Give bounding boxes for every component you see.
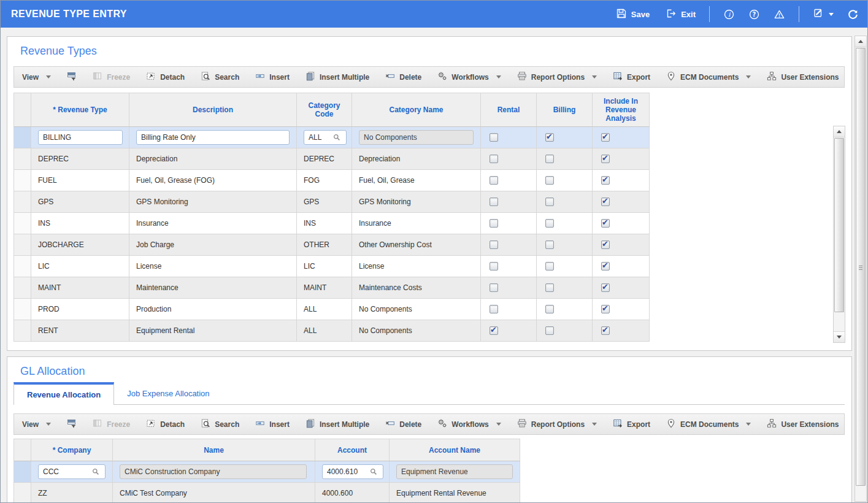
rental-checkbox[interactable]: [490, 262, 498, 271]
column-header[interactable]: Name: [113, 439, 315, 461]
delete-button[interactable]: Delete: [377, 67, 429, 87]
rental-checkbox[interactable]: [490, 326, 498, 335]
revenue-type-row[interactable]: [14, 127, 650, 148]
edit-menu-button[interactable]: [813, 7, 834, 21]
column-header[interactable]: Category Code: [297, 93, 352, 127]
warning-button[interactable]: [774, 9, 785, 20]
user-extensions-button[interactable]: User Extensions: [759, 414, 847, 434]
billing-checkbox[interactable]: [545, 326, 554, 335]
revenue-type-row[interactable]: INSInsuranceINSInsurance: [14, 213, 650, 234]
billing-checkbox[interactable]: [545, 283, 554, 292]
billing-checkbox[interactable]: [545, 198, 554, 206]
rental-checkbox[interactable]: [490, 219, 498, 228]
rental-checkbox[interactable]: [490, 305, 498, 313]
include-in-revenue-analysis-checkbox[interactable]: [601, 326, 610, 335]
save-button[interactable]: Save: [616, 8, 650, 21]
rental-checkbox[interactable]: [490, 133, 498, 142]
scrollbar-thumb[interactable]: [856, 48, 866, 486]
scroll-up-button[interactable]: [855, 36, 866, 47]
row-selector[interactable]: [14, 461, 31, 483]
include-in-revenue-analysis-checkbox[interactable]: [601, 262, 610, 271]
billing-checkbox[interactable]: [545, 155, 554, 163]
user-extensions-button[interactable]: User Extensions: [759, 67, 847, 87]
revenue-type-row[interactable]: MAINTMaintenanceMAINTMaintenance Costs: [14, 277, 650, 299]
ecm-documents-button[interactable]: ECM Documents: [658, 67, 759, 87]
search-button[interactable]: Search: [193, 67, 247, 87]
include-in-revenue-analysis-checkbox[interactable]: [601, 198, 610, 206]
billing-checkbox[interactable]: [545, 305, 554, 313]
revenue-type-input[interactable]: [38, 130, 123, 145]
insert-multiple-button[interactable]: Insert Multiple: [298, 414, 377, 434]
gl-allocation-row[interactable]: [14, 461, 520, 483]
include-in-revenue-analysis-checkbox[interactable]: [601, 283, 610, 292]
account-input[interactable]: [322, 464, 383, 479]
exit-button[interactable]: Exit: [666, 8, 696, 21]
row-selector[interactable]: [14, 213, 31, 234]
report-options-button[interactable]: Report Options: [509, 414, 605, 434]
insert-button[interactable]: Insert: [247, 67, 298, 87]
delete-button[interactable]: Delete: [377, 414, 429, 434]
detach-button[interactable]: Detach: [138, 67, 193, 87]
include-in-revenue-analysis-checkbox[interactable]: [601, 155, 610, 163]
gl-allocation-row[interactable]: ZZCMiC Test Company4000.600Equipment Ren…: [14, 483, 520, 503]
scrollbar-thumb[interactable]: [834, 138, 844, 312]
insert-multiple-button[interactable]: Insert Multiple: [298, 67, 377, 87]
row-selector[interactable]: [14, 483, 31, 503]
row-selector[interactable]: [14, 234, 31, 256]
billing-checkbox[interactable]: [545, 176, 554, 185]
rental-checkbox[interactable]: [490, 176, 498, 185]
row-selector[interactable]: [14, 170, 31, 191]
include-in-revenue-analysis-checkbox[interactable]: [601, 133, 610, 142]
tab-revenue-allocation[interactable]: Revenue Allocation: [13, 382, 114, 405]
row-selector[interactable]: [14, 299, 31, 320]
row-selector[interactable]: [14, 320, 31, 342]
revenue-type-row[interactable]: LICLicenseLICLicense: [14, 256, 650, 277]
qbe-button[interactable]: [59, 414, 85, 434]
revenue-type-row[interactable]: RENTEquipment RentalALLNo Components: [14, 320, 650, 342]
scroll-up-button[interactable]: [834, 126, 845, 137]
revenue-type-row[interactable]: PRODProductionALLNo Components: [14, 299, 650, 320]
view-button[interactable]: View: [14, 414, 59, 434]
column-header[interactable]: Account: [315, 439, 390, 461]
qbe-button[interactable]: [59, 67, 85, 87]
row-selector[interactable]: [14, 191, 31, 213]
include-in-revenue-analysis-checkbox[interactable]: [601, 176, 610, 185]
search-button[interactable]: Search: [193, 414, 247, 434]
rental-checkbox[interactable]: [490, 198, 498, 206]
revenue-type-row[interactable]: JOBCHARGEJob ChargeOTHEROther Ownership …: [14, 234, 650, 256]
export-button[interactable]: Export: [605, 414, 658, 434]
revenue-type-row[interactable]: FUELFuel, Oil, Grease (FOG)FOGFuel, Oil,…: [14, 170, 650, 191]
company-input[interactable]: [38, 464, 106, 479]
column-header[interactable]: * Revenue Type: [31, 93, 129, 127]
revenue-type-row[interactable]: GPSGPS MonitoringGPSGPS Monitoring: [14, 191, 650, 213]
row-selector[interactable]: [14, 148, 31, 170]
detach-button[interactable]: Detach: [138, 414, 193, 434]
billing-checkbox[interactable]: [545, 262, 554, 271]
billing-checkbox[interactable]: [545, 133, 554, 142]
category-code-input[interactable]: [304, 130, 347, 145]
revenue-type-row[interactable]: DEPRECDepreciationDEPRECDepreciation: [14, 148, 650, 170]
column-header[interactable]: Include In Revenue Analysis: [593, 93, 650, 127]
include-in-revenue-analysis-checkbox[interactable]: [601, 240, 610, 249]
row-selector[interactable]: [14, 256, 31, 277]
row-selector[interactable]: [14, 127, 31, 148]
insert-button[interactable]: Insert: [247, 414, 298, 434]
rental-checkbox[interactable]: [490, 155, 498, 163]
export-button[interactable]: Export: [605, 67, 658, 87]
column-header[interactable]: Category Name: [352, 93, 481, 127]
workflows-button[interactable]: Workflows: [429, 414, 509, 434]
column-header[interactable]: Billing: [537, 93, 593, 127]
tab-job-expense-allocation[interactable]: Job Expense Allocation: [114, 382, 222, 404]
description-input[interactable]: [136, 130, 290, 145]
rental-checkbox[interactable]: [490, 283, 498, 292]
scroll-down-button[interactable]: [834, 331, 845, 342]
rental-checkbox[interactable]: [490, 240, 498, 249]
row-selector[interactable]: [14, 277, 31, 299]
billing-checkbox[interactable]: [545, 240, 554, 249]
ecm-documents-button[interactable]: ECM Documents: [658, 414, 759, 434]
billing-checkbox[interactable]: [545, 219, 554, 228]
column-header[interactable]: * Company: [31, 439, 113, 461]
refresh-button[interactable]: [847, 9, 859, 20]
include-in-revenue-analysis-checkbox[interactable]: [601, 219, 610, 228]
help-button[interactable]: ?: [748, 9, 760, 20]
